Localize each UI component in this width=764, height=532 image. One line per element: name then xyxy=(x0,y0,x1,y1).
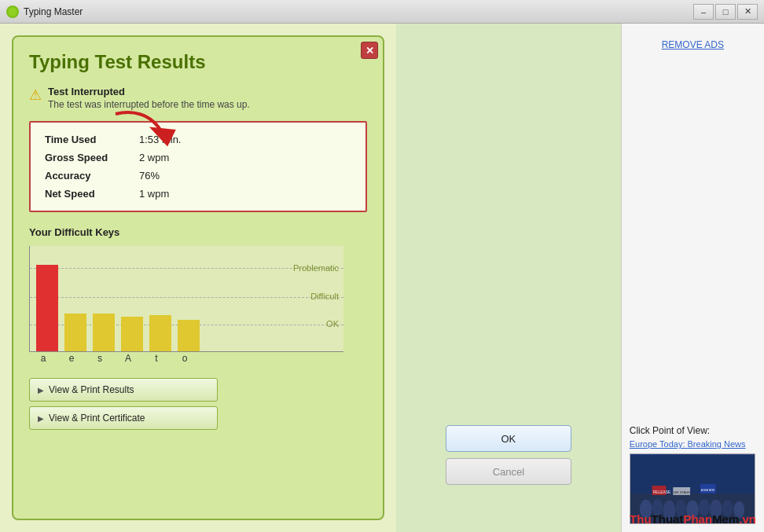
stats-box: Time Used 1:53 min. Gross Speed 2 wpm Ac… xyxy=(29,121,367,212)
watermark-mem: Mem xyxy=(712,512,739,526)
time-used-label: Time Used xyxy=(45,134,139,145)
chart-label-problematic: Problematic xyxy=(293,263,339,273)
svg-text:RELEASE: RELEASE xyxy=(652,490,670,494)
arrow-icon-2: ▶ xyxy=(38,414,44,423)
cancel-button[interactable]: Cancel xyxy=(446,458,571,485)
chart-x-label-e: e xyxy=(57,353,86,364)
chart-bar-a xyxy=(36,265,58,351)
remove-ads-link[interactable]: REMOVE ADS xyxy=(662,39,724,50)
chart-x-label-t: t xyxy=(142,353,171,364)
arrow-icon-1: ▶ xyxy=(38,386,44,394)
watermark: ThuThuatPhanMem.vn xyxy=(630,512,756,526)
app-icon xyxy=(6,6,19,18)
chart-bar-A xyxy=(121,317,143,351)
dialog-title: Typing Test Results xyxy=(29,51,367,73)
svg-text:ASIA BIBI: ASIA BIBI xyxy=(701,488,714,492)
dialog-box: ✕ Typing Test Results ⚠ Test Interrupted… xyxy=(12,35,384,520)
chart-label-difficult: Difficult xyxy=(310,292,339,301)
window-controls: – □ ✕ xyxy=(693,4,758,20)
view-print-results-button[interactable]: ▶ View & Print Results xyxy=(29,378,218,402)
chart-container: Problematic Difficult OK a e s A xyxy=(29,246,367,364)
interrupted-description: The test was interrupted before the time… xyxy=(48,99,250,110)
watermark-phan: Phan xyxy=(683,512,712,526)
gross-speed-label: Gross Speed xyxy=(45,152,139,163)
close-button[interactable]: ✕ xyxy=(737,4,758,20)
interrupted-heading: Test Interrupted xyxy=(48,86,250,97)
accuracy-label: Accuracy xyxy=(45,170,139,182)
action-buttons: ▶ View & Print Results ▶ View & Print Ce… xyxy=(29,378,367,430)
watermark-vn: .vn xyxy=(739,512,756,526)
watermark-thuat: Thuat xyxy=(652,512,684,526)
chart-x-label-o: o xyxy=(171,353,199,364)
chart-x-labels: a e s A t o xyxy=(29,353,249,364)
time-used-value: 1:53 min. xyxy=(139,134,351,145)
net-speed-value: 1 wpm xyxy=(139,188,351,200)
interrupted-section: ⚠ Test Interrupted The test was interrup… xyxy=(29,86,367,110)
main-area: ✕ Typing Test Results ⚠ Test Interrupted… xyxy=(0,24,764,532)
net-speed-label: Net Speed xyxy=(45,188,139,200)
chart-bar-o xyxy=(178,320,200,351)
chart-label-ok: OK xyxy=(326,319,339,328)
chart-bar-s xyxy=(93,314,115,351)
titlebar: Typing Master – □ ✕ xyxy=(0,0,764,24)
difficult-keys-title: Your Difficult Keys xyxy=(29,226,367,238)
right-panel: OK Cancel xyxy=(396,24,621,532)
chart-x-label-a: a xyxy=(29,353,57,364)
window-title: Typing Master xyxy=(24,6,693,17)
chart-bar-e xyxy=(64,314,86,351)
warning-icon: ⚠ xyxy=(29,86,42,104)
dialog-area: ✕ Typing Test Results ⚠ Test Interrupted… xyxy=(0,24,396,532)
interrupted-text: Test Interrupted The test was interrupte… xyxy=(48,86,250,110)
news-intro: Click Point of View: xyxy=(630,425,756,436)
dialog-close-button[interactable]: ✕ xyxy=(361,42,378,59)
news-link[interactable]: Europe Today: Breaking News xyxy=(630,439,756,449)
chart-gridline-2 xyxy=(30,297,343,298)
maximize-button[interactable]: □ xyxy=(715,4,736,20)
chart-bar-t xyxy=(149,315,171,351)
minimize-button[interactable]: – xyxy=(693,4,714,20)
chart-x-label-s: s xyxy=(86,353,114,364)
gross-speed-value: 2 wpm xyxy=(139,152,351,163)
watermark-thu: Thu xyxy=(630,512,652,526)
chart-x-label-A: A xyxy=(114,353,142,364)
view-print-results-label: View & Print Results xyxy=(49,384,134,395)
accuracy-value: 76% xyxy=(139,170,351,182)
svg-text:WE STAND: WE STAND xyxy=(674,490,690,494)
view-print-certificate-button[interactable]: ▶ View & Print Certificate xyxy=(29,406,218,430)
side-panel: REMOVE ADS Click Point of View: Europe T… xyxy=(621,24,764,532)
ok-button[interactable]: OK xyxy=(446,425,571,452)
chart-background: Problematic Difficult OK xyxy=(29,246,343,352)
view-print-certificate-label: View & Print Certificate xyxy=(49,413,145,424)
